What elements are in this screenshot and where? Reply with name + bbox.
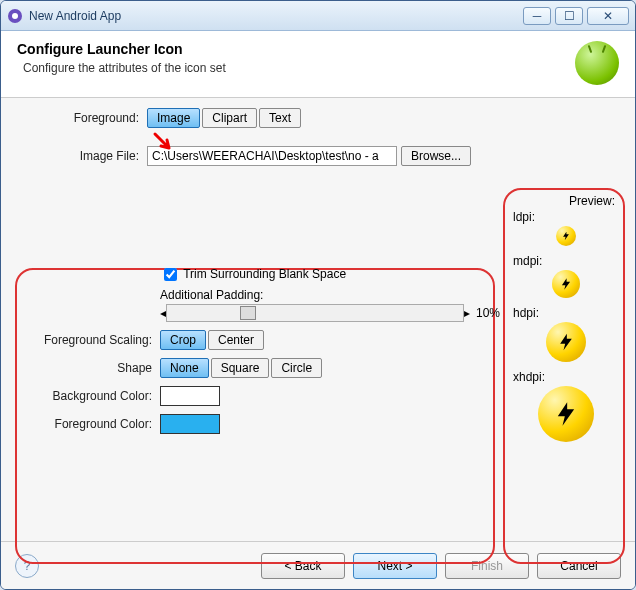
close-button[interactable]: ✕ [587,7,629,25]
window-title: New Android App [29,9,523,23]
dialog-window: New Android App ─ ☐ ✕ Configure Launcher… [0,0,636,590]
wizard-header: Configure Launcher Icon Configure the at… [1,31,635,98]
preview-panel: Preview: ldpi: mdpi: hdpi: xhdpi: [509,194,619,450]
scaling-label: Foreground Scaling: [30,333,160,347]
scaling-center-toggle[interactable]: Center [208,330,264,350]
foreground-clipart-toggle[interactable]: Clipart [202,108,257,128]
foreground-text-toggle[interactable]: Text [259,108,301,128]
shape-circle-toggle[interactable]: Circle [271,358,322,378]
app-icon [7,8,23,24]
bgcolor-label: Background Color: [30,389,160,403]
minimize-button[interactable]: ─ [523,7,551,25]
shape-square-toggle[interactable]: Square [211,358,270,378]
slider-right-arrow-icon[interactable]: ▸ [464,306,470,320]
preview-mdpi-icon [552,270,580,298]
android-logo-icon [575,41,619,85]
padding-slider[interactable] [166,304,464,322]
page-title: Configure Launcher Icon [17,41,575,57]
shape-none-toggle[interactable]: None [160,358,209,378]
trim-checkbox[interactable] [164,268,177,281]
browse-button[interactable]: Browse... [401,146,471,166]
shape-label: Shape [30,361,160,375]
padding-value: 10% [476,306,500,320]
preview-mdpi-label: mdpi: [513,254,619,268]
trim-checkbox-row[interactable]: Trim Surrounding Blank Space [160,267,346,281]
scaling-crop-toggle[interactable]: Crop [160,330,206,350]
maximize-button[interactable]: ☐ [555,7,583,25]
image-file-input[interactable] [147,146,397,166]
fgcolor-label: Foreground Color: [30,417,160,431]
preview-title: Preview: [509,194,619,208]
titlebar[interactable]: New Android App ─ ☐ ✕ [1,1,635,31]
page-subtitle: Configure the attributes of the icon set [23,61,575,75]
foreground-label: Foreground: [17,111,147,125]
foreground-image-toggle[interactable]: Image [147,108,200,128]
svg-point-1 [12,13,18,19]
preview-hdpi-icon [546,322,586,362]
bgcolor-swatch[interactable] [160,386,220,406]
preview-hdpi-label: hdpi: [513,306,619,320]
preview-xhdpi-label: xhdpi: [513,370,619,384]
preview-ldpi-label: ldpi: [513,210,619,224]
preview-ldpi-icon [556,226,576,246]
image-file-label: Image File: [17,149,147,163]
trim-label: Trim Surrounding Blank Space [183,267,346,281]
annotation-arrow-icon [151,130,179,161]
preview-xhdpi-icon [538,386,594,442]
fgcolor-swatch[interactable] [160,414,220,434]
padding-label: Additional Padding: [160,288,500,302]
